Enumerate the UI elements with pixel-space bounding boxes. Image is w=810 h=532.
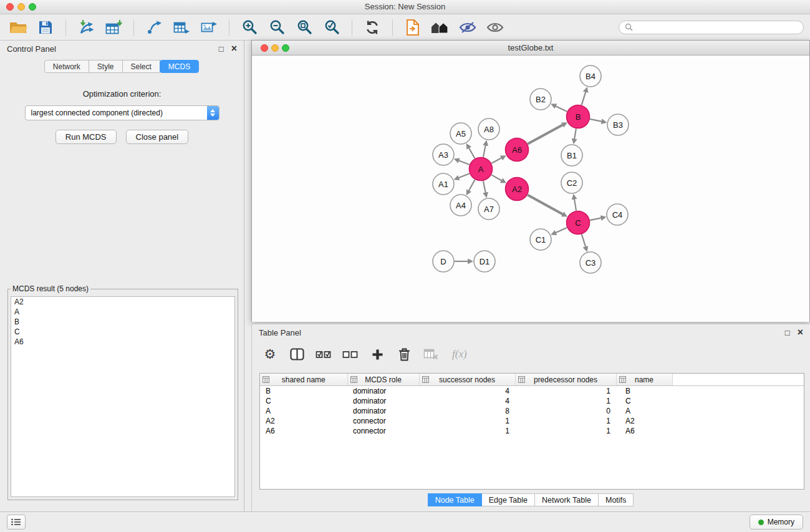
tab-network[interactable]: Network	[44, 60, 89, 73]
network-node-B4[interactable]: B4	[580, 65, 601, 87]
network-node-D1[interactable]: D1	[474, 251, 495, 272]
network-edge-A6-B[interactable]	[528, 125, 563, 144]
delete-table-button[interactable]	[423, 346, 439, 363]
network-node-A3[interactable]: A3	[433, 144, 454, 165]
table-settings-button[interactable]: ⚙	[262, 346, 278, 363]
network-node-A[interactable]: A	[470, 158, 493, 181]
table-row[interactable]: A6connector11A6	[260, 426, 804, 436]
float-table-panel-icon[interactable]: □	[785, 329, 790, 337]
zoom-out-button[interactable]	[265, 17, 289, 38]
memory-button[interactable]: Memory	[750, 515, 803, 530]
table-row[interactable]: Cdominator41C	[260, 396, 804, 406]
network-node-C1[interactable]: C1	[530, 229, 551, 250]
network-edge-A-A8[interactable]	[483, 145, 486, 157]
import-document-button[interactable]	[401, 17, 425, 38]
close-window-button[interactable]	[6, 3, 14, 11]
run-mcds-button[interactable]: Run MCDS	[55, 130, 117, 144]
table-row[interactable]: A2connector11A2	[260, 416, 804, 426]
zoom-fit-button[interactable]	[292, 17, 316, 38]
network-edge-A-A5[interactable]	[469, 148, 475, 158]
show-hide-button[interactable]	[483, 17, 507, 38]
network-node-C2[interactable]: C2	[561, 172, 582, 193]
home-button[interactable]	[428, 17, 452, 38]
mcds-result-item[interactable]: B	[11, 317, 234, 327]
optimization-dropdown[interactable]: largest connected component (directed)	[25, 105, 219, 120]
network-node-B1[interactable]: B1	[561, 145, 582, 166]
network-graph[interactable]: B4B2BB3A5A8A6B1A3AC2A1A2A4A7C4CC1C3DD1	[252, 56, 809, 322]
network-edge-A-A3[interactable]	[458, 160, 470, 165]
network-node-A8[interactable]: A8	[478, 118, 499, 140]
network-edge-A-A4[interactable]	[469, 180, 475, 191]
import-network-button[interactable]	[74, 17, 98, 38]
network-node-B[interactable]: B	[567, 105, 590, 128]
open-file-button[interactable]	[6, 17, 30, 38]
tab-node-table[interactable]: Node Table	[428, 493, 482, 506]
network-edge-C-C1[interactable]	[556, 228, 567, 233]
network-node-C4[interactable]: C4	[607, 204, 628, 225]
network-edge-C-C3[interactable]	[582, 235, 586, 248]
mcds-result-item[interactable]: A	[11, 307, 234, 317]
graphics-details-button[interactable]	[456, 17, 480, 38]
network-edge-C-C2[interactable]	[574, 199, 576, 211]
network-edge-B-B3[interactable]	[590, 119, 602, 122]
tab-mcds[interactable]: MCDS	[160, 60, 199, 73]
delete-row-button[interactable]	[396, 346, 412, 363]
column-header-shared-name[interactable]: shared name	[260, 374, 347, 386]
save-session-button[interactable]	[34, 17, 57, 38]
network-edge-A-A2[interactable]	[491, 175, 502, 180]
network-edge-C-C4[interactable]	[590, 218, 601, 220]
mcds-result-item[interactable]: C	[11, 327, 234, 337]
network-edge-A-A7[interactable]	[483, 181, 486, 193]
zoom-view-button[interactable]	[282, 44, 289, 52]
column-header-name[interactable]: name	[616, 374, 672, 386]
table-row[interactable]: Bdominator41B	[260, 386, 804, 397]
network-node-C3[interactable]: C3	[580, 252, 601, 273]
zoom-in-button[interactable]	[238, 17, 261, 38]
network-edge-B-B1[interactable]	[574, 128, 576, 139]
close-panel-button[interactable]: Close panel	[126, 130, 189, 144]
search-input[interactable]	[636, 22, 798, 32]
network-node-A4[interactable]: A4	[450, 195, 471, 216]
network-node-C[interactable]: C	[567, 211, 590, 235]
export-network-button[interactable]	[142, 17, 166, 38]
network-node-A6[interactable]: A6	[506, 138, 529, 162]
refresh-layout-button[interactable]	[360, 17, 384, 38]
function-builder-button[interactable]: f(x)	[452, 348, 467, 360]
column-header-MCDS-role[interactable]: MCDS role	[347, 374, 419, 386]
minimize-window-button[interactable]	[17, 3, 25, 11]
mcds-result-list[interactable]: A2ABCA6	[11, 296, 235, 497]
zoom-window-button[interactable]	[29, 3, 36, 11]
mcds-result-item[interactable]: A2	[11, 297, 234, 307]
network-edge-B-B4[interactable]	[582, 92, 586, 105]
network-node-A5[interactable]: A5	[450, 123, 471, 144]
import-table-button[interactable]	[102, 17, 125, 38]
network-node-A2[interactable]: A2	[506, 178, 529, 201]
network-edge-B-B2[interactable]	[556, 106, 567, 112]
network-node-B3[interactable]: B3	[607, 114, 629, 135]
tab-motifs[interactable]: Motifs	[598, 493, 634, 506]
network-edge-A-A6[interactable]	[491, 158, 502, 163]
export-image-button[interactable]	[197, 17, 221, 38]
network-edge-A2-C[interactable]	[528, 195, 563, 214]
close-view-button[interactable]	[261, 44, 268, 52]
network-node-A7[interactable]: A7	[478, 198, 499, 220]
network-edge-A-A1[interactable]	[458, 173, 470, 178]
add-row-button[interactable]	[369, 346, 385, 363]
mcds-result-item[interactable]: A6	[11, 337, 234, 347]
column-visibility-button[interactable]	[289, 346, 305, 363]
tab-select[interactable]: Select	[122, 60, 160, 73]
select-all-button[interactable]	[316, 346, 332, 363]
minimize-view-button[interactable]	[271, 44, 279, 52]
close-panel-icon[interactable]: ×	[231, 44, 237, 53]
deselect-all-button[interactable]	[342, 346, 359, 363]
table-row[interactable]: Adominator80A	[260, 406, 804, 416]
column-header-successor-nodes[interactable]: successor nodes	[419, 374, 515, 386]
search-box[interactable]	[619, 21, 804, 34]
network-node-A1[interactable]: A1	[433, 173, 454, 195]
network-canvas[interactable]: B4B2BB3A5A8A6B1A3AC2A1A2A4A7C4CC1C3DD1	[252, 56, 809, 322]
network-node-B2[interactable]: B2	[530, 89, 551, 110]
float-panel-icon[interactable]: □	[219, 45, 224, 53]
network-window-titlebar[interactable]: testGlobe.txt	[252, 41, 809, 56]
tab-style[interactable]: Style	[89, 60, 123, 73]
zoom-selected-button[interactable]	[320, 17, 344, 38]
